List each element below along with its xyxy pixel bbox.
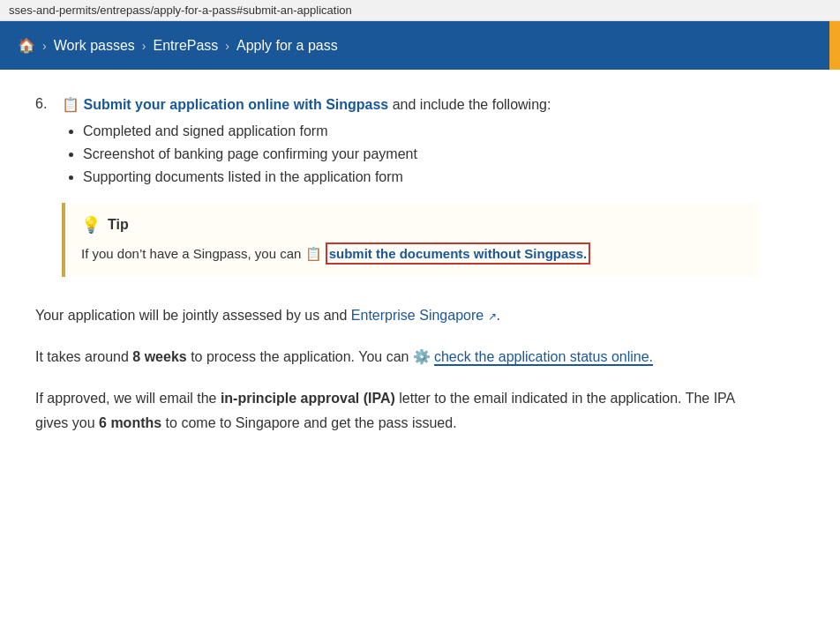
breadcrumb-entrepass[interactable]: EntrePass [154, 38, 219, 54]
ipa-bold: in-principle approval (IPA) [221, 391, 395, 406]
tip-box: 💡 Tip If you don’t have a Singpass, you … [62, 203, 759, 277]
bullet-list: Completed and signed application form Sc… [62, 123, 759, 185]
weeks-bold: 8 weeks [132, 349, 186, 364]
tip-text: If you don’t have a Singpass, you can 📋 … [81, 243, 743, 265]
tip-header: 💡 Tip [81, 215, 743, 235]
sep-2: › [142, 39, 146, 53]
breadcrumb-work-passes[interactable]: Work passes [54, 38, 135, 54]
main-content: 6. 📋 Submit your application online with… [0, 70, 794, 479]
jointly-after: . [497, 308, 500, 323]
bullet-1: Completed and signed application form [83, 123, 759, 139]
weeks-para: It takes around 8 weeks to process the a… [35, 345, 759, 369]
address-bar: sses-and-permits/entrepass/apply-for-a-p… [0, 0, 840, 21]
breadcrumb-current: Apply for a pass [236, 38, 338, 54]
approved-para: If approved, we will email the in-princi… [35, 386, 759, 434]
enterprise-singapore-link[interactable]: Enterprise Singapore ↗ [351, 308, 497, 323]
jointly-para: Your application will be jointly assesse… [35, 303, 759, 327]
home-icon[interactable]: 🏠 [18, 37, 35, 54]
breadcrumb-bar: 🏠 › Work passes › EntrePass › Apply for … [0, 21, 840, 70]
step-doc-icon: 📋 [62, 97, 83, 112]
step-content: 📋 Submit your application online with Si… [62, 96, 759, 286]
check-status-link[interactable]: check the application status online. [434, 349, 653, 366]
step-intro-text: and include the following: [388, 97, 551, 112]
approved-before: If approved, we will email the [35, 391, 221, 406]
weeks-before: It takes around [35, 349, 132, 364]
step-intro: 📋 Submit your application online with Si… [62, 97, 551, 112]
gear-icon: ⚙️ [413, 349, 431, 364]
step-link[interactable]: Submit your application online with Sing… [83, 97, 388, 112]
tip-before-link: If you don’t have a Singpass, you can [81, 246, 305, 261]
tip-doc-icon: 📋 [305, 246, 326, 261]
bullet-2: Screenshot of banking page confirming yo… [83, 146, 759, 162]
url-text: sses-and-permits/entrepass/apply-for-a-p… [9, 4, 352, 17]
approved-after: to come to Singapore and get the pass is… [161, 415, 456, 430]
external-link-icon: ↗ [488, 310, 497, 323]
weeks-middle: to process the application. You can [187, 349, 413, 364]
tip-link[interactable]: submit the documents without Singpass. [326, 242, 591, 265]
lightbulb-icon: 💡 [81, 215, 101, 235]
step-number: 6. [35, 96, 53, 286]
months-bold: 6 months [99, 415, 161, 430]
tip-label: Tip [108, 217, 129, 233]
sep-1: › [42, 39, 47, 53]
bullet-3: Supporting documents listed in the appli… [83, 169, 759, 185]
jointly-before: Your application will be jointly assesse… [35, 308, 351, 323]
yellow-tab [829, 21, 840, 70]
step-6: 6. 📋 Submit your application online with… [35, 96, 759, 286]
sep-3: › [225, 39, 229, 53]
